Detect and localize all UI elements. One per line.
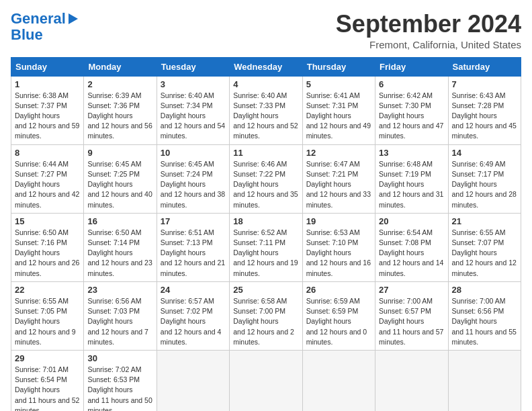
calendar-cell: 5 Sunrise: 6:41 AMSunset: 7:31 PMDayligh… xyxy=(302,76,375,144)
day-info: Sunrise: 6:50 AMSunset: 7:14 PMDaylight … xyxy=(87,228,152,279)
day-number: 18 xyxy=(233,216,298,226)
day-number: 26 xyxy=(306,285,371,295)
day-info: Sunrise: 6:41 AMSunset: 7:31 PMDaylight … xyxy=(306,91,371,142)
day-info: Sunrise: 6:45 AMSunset: 7:24 PMDaylight … xyxy=(161,159,226,210)
calendar-body: 1 Sunrise: 6:38 AMSunset: 7:37 PMDayligh… xyxy=(11,76,521,411)
calendar-week-5: 29 Sunrise: 7:01 AMSunset: 6:54 PMDaylig… xyxy=(11,350,521,411)
logo-text-general: General xyxy=(11,11,66,27)
calendar-cell: 15 Sunrise: 6:50 AMSunset: 7:16 PMDaylig… xyxy=(11,213,84,281)
day-info: Sunrise: 6:59 AMSunset: 6:59 PMDaylight … xyxy=(306,296,371,347)
location-title: Fremont, California, United States xyxy=(336,39,521,50)
calendar-cell: 24 Sunrise: 6:57 AMSunset: 7:02 PMDaylig… xyxy=(157,281,229,350)
day-info: Sunrise: 7:00 AMSunset: 6:56 PMDaylight … xyxy=(452,296,517,347)
calendar-week-4: 22 Sunrise: 6:55 AMSunset: 7:05 PMDaylig… xyxy=(11,281,521,350)
calendar-week-3: 15 Sunrise: 6:50 AMSunset: 7:16 PMDaylig… xyxy=(11,213,521,281)
logo: General Blue xyxy=(11,11,78,43)
day-info: Sunrise: 6:49 AMSunset: 7:17 PMDaylight … xyxy=(452,159,517,210)
day-number: 25 xyxy=(233,285,298,295)
day-number: 14 xyxy=(452,148,517,158)
calendar-header-monday: Monday xyxy=(84,57,157,76)
calendar-cell: 20 Sunrise: 6:54 AMSunset: 7:08 PMDaylig… xyxy=(375,213,448,281)
day-number: 21 xyxy=(452,216,517,226)
calendar-cell: 26 Sunrise: 6:59 AMSunset: 6:59 PMDaylig… xyxy=(302,281,375,350)
calendar-cell: 10 Sunrise: 6:45 AMSunset: 7:24 PMDaylig… xyxy=(157,144,229,213)
day-number: 10 xyxy=(161,148,226,158)
day-info: Sunrise: 6:42 AMSunset: 7:30 PMDaylight … xyxy=(379,91,444,142)
day-info: Sunrise: 6:55 AMSunset: 7:07 PMDaylight … xyxy=(452,228,517,279)
day-number: 5 xyxy=(306,79,371,89)
calendar-cell: 9 Sunrise: 6:45 AMSunset: 7:25 PMDayligh… xyxy=(84,144,157,213)
day-info: Sunrise: 6:55 AMSunset: 7:05 PMDaylight … xyxy=(15,296,80,347)
calendar-header-tuesday: Tuesday xyxy=(157,57,229,76)
day-number: 16 xyxy=(87,216,152,226)
calendar-cell: 27 Sunrise: 7:00 AMSunset: 6:57 PMDaylig… xyxy=(375,281,448,350)
day-number: 4 xyxy=(233,79,298,89)
calendar-cell: 19 Sunrise: 6:53 AMSunset: 7:10 PMDaylig… xyxy=(302,213,375,281)
title-block: September 2024 Fremont, California, Unit… xyxy=(336,11,521,50)
day-number: 22 xyxy=(15,285,80,295)
day-info: Sunrise: 6:43 AMSunset: 7:28 PMDaylight … xyxy=(452,91,517,142)
day-number: 17 xyxy=(161,216,226,226)
day-number: 20 xyxy=(379,216,444,226)
calendar-cell: 13 Sunrise: 6:48 AMSunset: 7:19 PMDaylig… xyxy=(375,144,448,213)
day-info: Sunrise: 6:48 AMSunset: 7:19 PMDaylight … xyxy=(379,159,444,210)
day-info: Sunrise: 6:52 AMSunset: 7:11 PMDaylight … xyxy=(233,228,298,279)
day-number: 30 xyxy=(87,353,152,363)
calendar-cell: 17 Sunrise: 6:51 AMSunset: 7:13 PMDaylig… xyxy=(157,213,229,281)
calendar-cell: 28 Sunrise: 7:00 AMSunset: 6:56 PMDaylig… xyxy=(448,281,521,350)
calendar-header-thursday: Thursday xyxy=(302,57,375,76)
day-number: 12 xyxy=(306,148,371,158)
calendar-header-saturday: Saturday xyxy=(448,57,521,76)
day-info: Sunrise: 6:56 AMSunset: 7:03 PMDaylight … xyxy=(87,296,152,347)
day-info: Sunrise: 6:40 AMSunset: 7:34 PMDaylight … xyxy=(161,91,226,142)
calendar-header-sunday: Sunday xyxy=(11,57,84,76)
calendar-cell: 30 Sunrise: 7:02 AMSunset: 6:53 PMDaylig… xyxy=(84,350,157,411)
day-info: Sunrise: 6:40 AMSunset: 7:33 PMDaylight … xyxy=(233,91,298,142)
day-info: Sunrise: 6:53 AMSunset: 7:10 PMDaylight … xyxy=(306,228,371,279)
calendar-cell: 11 Sunrise: 6:46 AMSunset: 7:22 PMDaylig… xyxy=(230,144,302,213)
calendar-header-wednesday: Wednesday xyxy=(230,57,302,76)
day-number: 28 xyxy=(452,285,517,295)
day-number: 11 xyxy=(233,148,298,158)
day-number: 23 xyxy=(87,285,152,295)
calendar-cell: 22 Sunrise: 6:55 AMSunset: 7:05 PMDaylig… xyxy=(11,281,84,350)
calendar-cell: 18 Sunrise: 6:52 AMSunset: 7:11 PMDaylig… xyxy=(230,213,302,281)
day-info: Sunrise: 6:39 AMSunset: 7:36 PMDaylight … xyxy=(87,91,152,142)
day-number: 6 xyxy=(379,79,444,89)
calendar-cell: 1 Sunrise: 6:38 AMSunset: 7:37 PMDayligh… xyxy=(11,76,84,144)
day-number: 27 xyxy=(379,285,444,295)
calendar-cell xyxy=(230,350,302,411)
calendar-table: SundayMondayTuesdayWednesdayThursdayFrid… xyxy=(11,57,521,411)
day-info: Sunrise: 6:54 AMSunset: 7:08 PMDaylight … xyxy=(379,228,444,279)
calendar-cell xyxy=(448,350,521,411)
calendar-cell: 3 Sunrise: 6:40 AMSunset: 7:34 PMDayligh… xyxy=(157,76,229,144)
day-number: 29 xyxy=(15,353,80,363)
calendar-cell: 7 Sunrise: 6:43 AMSunset: 7:28 PMDayligh… xyxy=(448,76,521,144)
calendar-cell: 6 Sunrise: 6:42 AMSunset: 7:30 PMDayligh… xyxy=(375,76,448,144)
day-info: Sunrise: 6:58 AMSunset: 7:00 PMDaylight … xyxy=(233,296,298,347)
day-info: Sunrise: 6:51 AMSunset: 7:13 PMDaylight … xyxy=(161,228,226,279)
day-number: 15 xyxy=(15,216,80,226)
day-info: Sunrise: 6:57 AMSunset: 7:02 PMDaylight … xyxy=(161,296,226,347)
day-number: 2 xyxy=(87,79,152,89)
calendar-header-row: SundayMondayTuesdayWednesdayThursdayFrid… xyxy=(11,57,521,76)
calendar-week-2: 8 Sunrise: 6:44 AMSunset: 7:27 PMDayligh… xyxy=(11,144,521,213)
day-info: Sunrise: 6:50 AMSunset: 7:16 PMDaylight … xyxy=(15,228,80,279)
day-info: Sunrise: 7:00 AMSunset: 6:57 PMDaylight … xyxy=(379,296,444,347)
logo-text-blue: Blue xyxy=(11,27,43,43)
calendar-cell xyxy=(375,350,448,411)
day-info: Sunrise: 6:44 AMSunset: 7:27 PMDaylight … xyxy=(15,159,80,210)
calendar-cell: 29 Sunrise: 7:01 AMSunset: 6:54 PMDaylig… xyxy=(11,350,84,411)
day-number: 13 xyxy=(379,148,444,158)
day-number: 1 xyxy=(15,79,80,89)
calendar-cell: 14 Sunrise: 6:49 AMSunset: 7:17 PMDaylig… xyxy=(448,144,521,213)
day-info: Sunrise: 6:47 AMSunset: 7:21 PMDaylight … xyxy=(306,159,371,210)
day-number: 24 xyxy=(161,285,226,295)
calendar-cell: 21 Sunrise: 6:55 AMSunset: 7:07 PMDaylig… xyxy=(448,213,521,281)
calendar-week-1: 1 Sunrise: 6:38 AMSunset: 7:37 PMDayligh… xyxy=(11,76,521,144)
day-info: Sunrise: 6:46 AMSunset: 7:22 PMDaylight … xyxy=(233,159,298,210)
calendar-header-friday: Friday xyxy=(375,57,448,76)
day-number: 9 xyxy=(87,148,152,158)
calendar-cell: 8 Sunrise: 6:44 AMSunset: 7:27 PMDayligh… xyxy=(11,144,84,213)
day-info: Sunrise: 6:45 AMSunset: 7:25 PMDaylight … xyxy=(87,159,152,210)
